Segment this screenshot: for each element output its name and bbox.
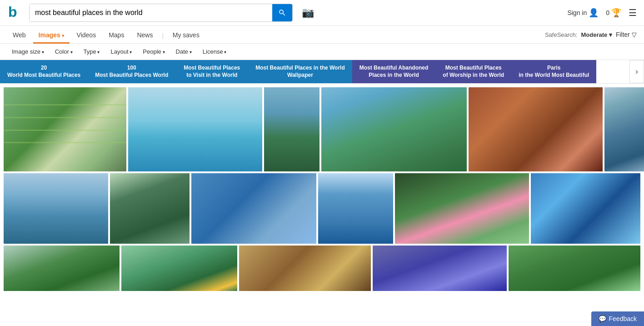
image-tile-r3-1[interactable]	[121, 246, 237, 291]
sign-in-label: Sign in	[567, 9, 587, 16]
image-tile-r1-3[interactable]	[321, 87, 467, 171]
camera-button[interactable]: 📷	[302, 7, 314, 19]
search-input[interactable]	[30, 4, 272, 21]
chevron-down-icon: ▾	[609, 31, 612, 38]
related-ribbon: 20 World Most Beautiful Places 100 Most …	[0, 60, 644, 84]
nav-maps[interactable]: Maps	[103, 28, 130, 44]
nav-web[interactable]: Web	[7, 28, 31, 44]
filter-date[interactable]: Date	[171, 46, 196, 57]
nav-divider: |	[160, 32, 165, 39]
camera-icon: 📷	[302, 7, 314, 18]
filter-people[interactable]: People	[138, 46, 169, 57]
search-icon	[278, 9, 286, 17]
nav-images[interactable]: Images	[33, 28, 70, 44]
bing-logo[interactable]: b	[7, 4, 24, 22]
nav-bar: Web Images Videos Maps News | My saves S…	[0, 26, 644, 44]
image-tile-r1-5[interactable]	[604, 87, 644, 171]
safe-search-value[interactable]: Moderate ▾	[581, 31, 612, 38]
hamburger-button[interactable]: ☰	[629, 7, 637, 18]
image-tile-r2-1[interactable]	[110, 173, 190, 244]
rewards-icon: 🏆	[611, 8, 621, 18]
image-row-1	[4, 87, 640, 171]
nav-videos[interactable]: Videos	[71, 28, 102, 44]
related-item-6[interactable]: Paris in the World Most Beautiful	[511, 60, 596, 83]
image-row-2	[4, 173, 640, 244]
related-item-0[interactable]: 20 World Most Beautiful Places	[0, 60, 88, 83]
related-item-5[interactable]: Most Beautiful Places of Worship in the …	[435, 60, 511, 83]
image-tile-r1-1[interactable]	[128, 87, 262, 171]
filter-color[interactable]: Color	[50, 46, 77, 57]
search-bar	[29, 4, 293, 22]
related-item-3[interactable]: Most Beautiful Places in the World Wallp…	[248, 60, 352, 83]
nav-my-saves[interactable]: My saves	[167, 28, 205, 44]
filter-layout[interactable]: Layout	[106, 46, 136, 57]
image-tile-r2-5[interactable]	[531, 173, 640, 244]
image-tile-r1-2[interactable]	[264, 87, 320, 171]
header-right: Sign in 👤 0 🏆 ☰	[567, 7, 637, 18]
related-item-1[interactable]: 100 Most Beautiful Places World	[88, 60, 175, 83]
filter-button[interactable]: Filter ▽	[616, 31, 637, 38]
image-tile-r3-0[interactable]	[4, 246, 120, 291]
filter-label: Filter	[616, 31, 630, 38]
image-tile-r2-3[interactable]	[318, 173, 393, 244]
hamburger-icon: ☰	[629, 8, 637, 18]
related-item-4[interactable]: Most Beautiful Abandoned Places in the W…	[352, 60, 436, 83]
rewards-count: 0	[606, 9, 609, 16]
image-tile-r3-3[interactable]	[373, 246, 507, 291]
image-tile-r3-4[interactable]	[509, 246, 640, 291]
image-tile-r2-0[interactable]	[4, 173, 108, 244]
filter-image-size[interactable]: Image size	[7, 46, 49, 57]
filter-bar: Image size Color Type Layout People Date…	[0, 44, 644, 60]
svg-text:b: b	[8, 4, 17, 20]
image-tile-r3-2[interactable]	[239, 246, 371, 291]
rewards-badge: 0 🏆	[606, 8, 621, 18]
image-tile-r1-0[interactable]	[4, 87, 126, 171]
filter-type[interactable]: Type	[79, 46, 105, 57]
related-item-2[interactable]: Most Beautiful Places to Visit in the Wo…	[175, 60, 248, 83]
nav-news[interactable]: News	[131, 28, 158, 44]
image-row-3	[4, 246, 640, 291]
related-next-button[interactable]: ›	[629, 60, 644, 83]
image-grid	[0, 84, 644, 295]
sign-in-button[interactable]: Sign in 👤	[567, 8, 599, 18]
search-button[interactable]	[272, 4, 292, 21]
image-tile-r1-4[interactable]	[469, 87, 603, 171]
nav-right: SafeSearch: Moderate ▾ Filter ▽	[545, 31, 637, 40]
header: b 📷 Sign in 👤 0 🏆 ☰	[0, 0, 644, 26]
filter-icon: ▽	[632, 31, 637, 38]
image-tile-r2-2[interactable]	[191, 173, 316, 244]
image-tile-r2-4[interactable]	[395, 173, 529, 244]
filter-license[interactable]: License	[198, 46, 231, 57]
safe-search-label: SafeSearch:	[545, 31, 578, 38]
person-icon: 👤	[589, 8, 599, 18]
